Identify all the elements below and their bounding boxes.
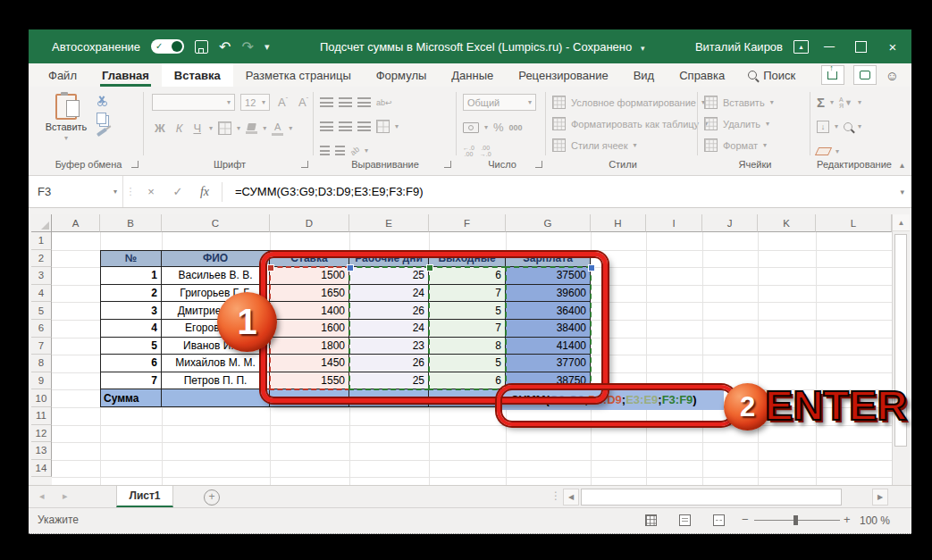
cell[interactable]: 1 bbox=[100, 267, 162, 285]
row-header-13[interactable]: 13 bbox=[31, 442, 52, 460]
new-sheet-button[interactable]: + bbox=[204, 489, 220, 506]
row-header-9[interactable]: 9 bbox=[31, 372, 52, 390]
column-header-K[interactable]: K bbox=[758, 214, 816, 232]
column-header-C[interactable]: C bbox=[162, 214, 270, 232]
annotation-step-1-badge: 1 bbox=[217, 292, 277, 352]
table-header: № bbox=[100, 250, 162, 268]
column-header-A[interactable]: A bbox=[52, 214, 100, 232]
table-header: ФИО bbox=[162, 250, 270, 268]
row-header-4[interactable]: 4 bbox=[31, 285, 52, 303]
column-header-L[interactable]: L bbox=[816, 214, 892, 232]
page-layout-view-icon[interactable] bbox=[679, 514, 691, 526]
cell-sum-label[interactable]: Сумма bbox=[100, 389, 162, 407]
gridline-vertical bbox=[758, 232, 759, 485]
column-header-E[interactable]: E bbox=[349, 214, 429, 232]
zoom-level: 100 % bbox=[860, 514, 890, 527]
status-bar: Укажите − + 100 % bbox=[29, 507, 911, 532]
sheet-nav-left-icon[interactable]: ◂ bbox=[39, 490, 45, 502]
page-break-preview-icon[interactable] bbox=[713, 514, 725, 526]
annotation-enter-label: ENTER bbox=[765, 379, 917, 432]
row-header-14[interactable]: 14 bbox=[31, 460, 52, 478]
cell[interactable]: Петров П. П. bbox=[162, 372, 270, 390]
status-mode-text: Укажите bbox=[38, 514, 79, 526]
zoom-out-button[interactable]: − bbox=[742, 513, 749, 526]
column-header-G[interactable]: G bbox=[506, 214, 591, 232]
row-header-1[interactable]: 1 bbox=[31, 232, 52, 250]
vertical-scrollbar[interactable]: ▲ bbox=[892, 214, 910, 485]
row-header-11[interactable]: 11 bbox=[31, 407, 52, 425]
row-header-8[interactable]: 8 bbox=[31, 355, 52, 372]
cell[interactable]: 3 bbox=[100, 302, 162, 320]
zoom-slider-thumb[interactable] bbox=[793, 515, 798, 525]
zoom-in-button[interactable]: + bbox=[844, 513, 851, 526]
cell[interactable]: 6 bbox=[100, 355, 162, 372]
row-header-2[interactable]: 2 bbox=[31, 250, 52, 268]
tab-scroll-splitter[interactable]: ⋮ bbox=[550, 489, 561, 502]
row-header-12[interactable]: 12 bbox=[31, 425, 52, 443]
scroll-up-arrow-icon[interactable]: ▲ bbox=[893, 214, 910, 231]
column-header-I[interactable]: I bbox=[646, 214, 702, 232]
gridline-vertical bbox=[702, 232, 703, 485]
scroll-right-arrow-icon[interactable]: ▶ bbox=[872, 489, 888, 506]
select-all-corner[interactable] bbox=[31, 214, 52, 232]
column-header-B[interactable]: B bbox=[100, 214, 162, 232]
row-header-7[interactable]: 7 bbox=[31, 338, 52, 355]
sheet-nav-right-icon[interactable]: ▸ bbox=[63, 490, 68, 502]
row-header-6[interactable]: 6 bbox=[31, 320, 52, 338]
step-1-number: 1 bbox=[237, 302, 256, 342]
sheet-tab-bar: ◂ ▸ Лист1 + ⋮ ◀ ▶ bbox=[29, 485, 911, 507]
row-header-10[interactable]: 10 bbox=[31, 389, 52, 407]
gridline-horizontal bbox=[52, 442, 892, 443]
step-2-number: 2 bbox=[740, 391, 755, 423]
column-header-H[interactable]: H bbox=[591, 214, 646, 232]
column-header-D[interactable]: D bbox=[270, 214, 349, 232]
sheet-tab-active[interactable]: Лист1 bbox=[116, 486, 173, 507]
gridline-horizontal bbox=[52, 460, 892, 461]
column-header-F[interactable]: F bbox=[429, 214, 506, 232]
normal-view-icon[interactable] bbox=[645, 514, 657, 526]
cell[interactable]: 4 bbox=[100, 320, 162, 338]
horizontal-scrollbar-thumb[interactable] bbox=[581, 489, 842, 506]
gridline-vertical bbox=[816, 232, 817, 485]
column-header-J[interactable]: J bbox=[702, 214, 758, 232]
gridline-vertical bbox=[646, 232, 647, 485]
cell[interactable]: 2 bbox=[100, 285, 162, 303]
cell[interactable] bbox=[162, 389, 270, 407]
cell[interactable]: 7 bbox=[100, 372, 162, 390]
annotation-highlight-box-data-range bbox=[261, 252, 608, 403]
cell[interactable]: 5 bbox=[100, 338, 162, 355]
row-header-3[interactable]: 3 bbox=[31, 267, 52, 285]
cell[interactable]: Михайлов М. М. bbox=[162, 355, 270, 372]
row-header-5[interactable]: 5 bbox=[31, 302, 52, 320]
gridline-horizontal bbox=[52, 477, 892, 478]
cell[interactable]: Васильев В. В. bbox=[162, 267, 270, 285]
screenshot-root: Автосохранение ✓ ↶ ↷ ▾ Подсчет суммы в M… bbox=[0, 0, 932, 560]
annotation-highlight-box-formula bbox=[497, 385, 736, 426]
scroll-left-arrow-icon[interactable]: ◀ bbox=[563, 489, 579, 506]
